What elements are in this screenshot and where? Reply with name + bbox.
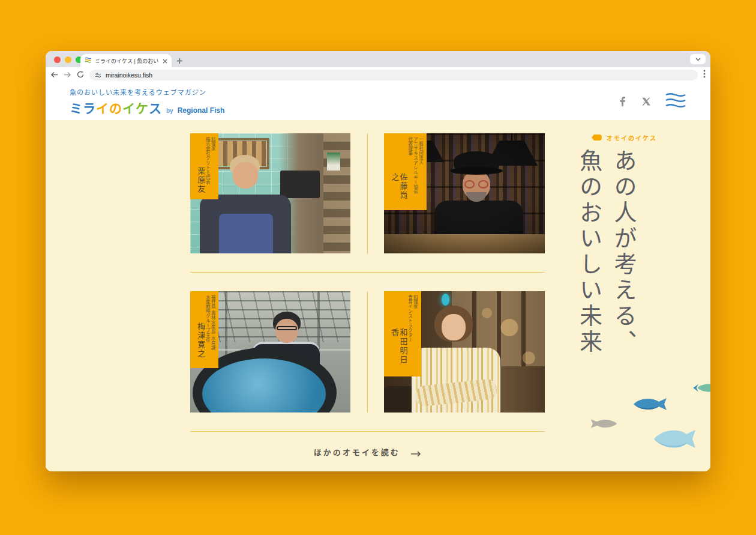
address-bar[interactable]: mirainoikesu.fish	[89, 70, 698, 80]
person-card-sato[interactable]: 一般社団法人 アニサキスアレルギー協会 代表理事 佐藤尚之	[384, 133, 545, 253]
page-title: あの人が考える、 魚のおいしい未来	[574, 149, 637, 366]
close-window-button[interactable]	[54, 56, 61, 63]
person-face	[442, 314, 466, 340]
person-title: 株式会社クリトモ代表	[205, 137, 210, 196]
browser-menu-kebab-icon[interactable]	[703, 70, 706, 80]
arrow-right-icon	[411, 451, 421, 457]
tab-title: ミライのイケス | 魚のおいしい未	[95, 57, 160, 65]
site-logo-block[interactable]: 魚のおいしい未来を考えるウェブマガジン ミライのイケス by Regional …	[70, 87, 224, 116]
person-title: 食育インストラクター	[407, 295, 413, 373]
person-face	[233, 162, 258, 189]
reload-icon[interactable]	[77, 70, 84, 80]
section-label-text: オモイのイケス	[607, 133, 657, 142]
logo-wordmark: ミライのイケス	[70, 98, 162, 116]
person-name: 佐藤尚之	[390, 137, 407, 207]
page-title-line-1: あの人が考える、	[609, 149, 638, 366]
lightblue-fish-illustration	[652, 426, 697, 454]
site-settings-icon[interactable]	[95, 70, 101, 80]
logo-brand-text: Regional Fish	[178, 106, 225, 115]
url-text: mirainoikesu.fish	[106, 71, 152, 79]
person-title: 一般社団法人	[418, 137, 424, 207]
webpage: 魚のおいしい未来を考えるウェブマガジン ミライのイケス by Regional …	[46, 83, 710, 471]
gray-fish-illustration	[590, 418, 619, 432]
horizontal-divider	[190, 431, 545, 432]
vertical-divider	[367, 133, 368, 253]
site-tagline: 魚のおいしい未来を考えるウェブマガジン	[70, 87, 224, 97]
vertical-divider	[367, 291, 368, 413]
person-label: 料理家 株式会社クリトモ代表 栗原友	[190, 133, 218, 199]
tab-search-chevron-icon[interactable]	[690, 54, 706, 64]
logo-by-text: by	[166, 107, 173, 114]
desktop-background: ミライのイケス | 魚のおいしい未	[0, 0, 756, 535]
browser-window: ミライのイケス | 魚のおいしい未	[46, 51, 710, 471]
blue-fish-illustration	[632, 396, 668, 414]
main-content: オモイのイケス あの人が考える、 魚のおいしい未来	[46, 120, 710, 471]
person-title: 代表理事	[407, 137, 413, 207]
tv-monitor	[280, 171, 320, 198]
person-label: 料理家 食育インストラクター 和田明日香	[384, 291, 421, 376]
person-apron	[219, 214, 273, 253]
browser-toolbar: mirainoikesu.fish	[46, 67, 710, 83]
site-header: 魚のおいしい未来を考えるウェブマガジン ミライのイケス by Regional …	[46, 83, 710, 120]
close-tab-icon[interactable]	[163, 55, 167, 66]
person-title: 料理家	[413, 295, 418, 373]
fish-tag-icon	[592, 134, 602, 142]
person-name: 栗原友	[196, 137, 205, 196]
person-name: 和田明日香	[390, 295, 407, 373]
glasses	[277, 326, 297, 330]
minimize-window-button[interactable]	[65, 56, 71, 63]
new-tab-button[interactable]	[176, 56, 183, 67]
person-face	[275, 319, 298, 343]
forward-icon[interactable]	[64, 70, 71, 80]
facebook-icon[interactable]	[617, 96, 628, 107]
person-name: 梅津寛之	[196, 295, 205, 364]
favicon-waves-icon	[85, 55, 92, 66]
header-actions	[617, 92, 686, 110]
site-logo[interactable]: ミライのイケス by Regional Fish	[70, 98, 224, 116]
page-title-line-2: 魚のおいしい未来	[574, 149, 603, 366]
section-label[interactable]: オモイのイケス	[592, 133, 657, 142]
person-title: 福井県 農林水産部 水産課	[210, 295, 215, 364]
person-label: 福井県 農林水産部 水産課 水産戦略グループ主任 梅津寛之	[190, 291, 218, 368]
x-twitter-icon[interactable]	[641, 96, 652, 107]
read-more-link[interactable]: ほかのオモイを読む	[190, 446, 545, 458]
person-card-wada[interactable]: 料理家 食育インストラクター 和田明日香	[384, 291, 545, 413]
person-card-kurihara[interactable]: 料理家 株式会社クリトモ代表 栗原友	[190, 133, 350, 253]
person-label: 一般社団法人 アニサキスアレルギー協会 代表理事 佐藤尚之	[384, 133, 427, 210]
stairs	[323, 133, 350, 253]
person-title: アニサキスアレルギー協会	[413, 137, 418, 207]
horizontal-divider	[190, 272, 545, 273]
read-more-text: ほかのオモイを読む	[314, 448, 400, 457]
back-icon[interactable]	[50, 70, 58, 80]
browser-tab[interactable]: ミライのイケス | 魚のおいしい未	[80, 54, 172, 67]
person-card-umezu[interactable]: 福井県 農林水産部 水産課 水産戦略グループ主任 梅津寛之	[190, 291, 350, 413]
person-title: 水産戦略グループ主任	[205, 295, 210, 364]
flag-decor	[327, 153, 340, 171]
hamburger-waves-icon[interactable]	[665, 92, 686, 110]
teal-fish-illustration	[692, 381, 710, 397]
person-title: 料理家	[210, 137, 215, 196]
window-controls	[54, 56, 82, 63]
tab-strip: ミライのイケス | 魚のおいしい未	[46, 51, 710, 67]
cyan-light	[442, 294, 449, 306]
